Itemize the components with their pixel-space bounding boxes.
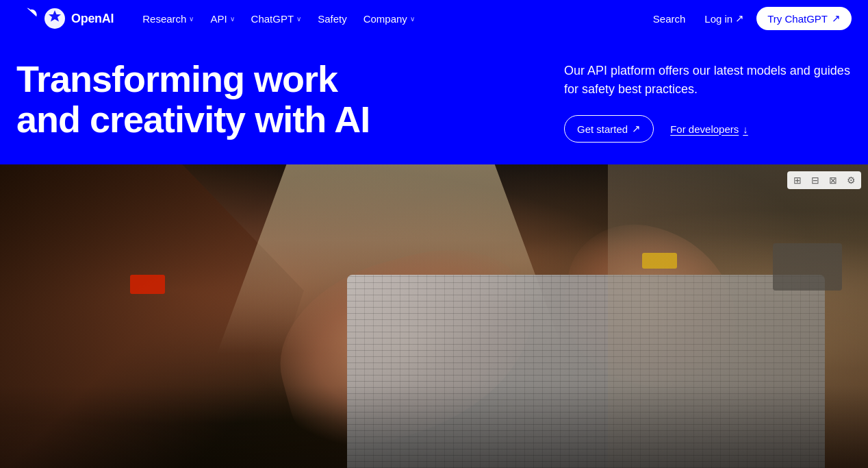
toolbar-settings-icon[interactable]: ⚙: [845, 174, 857, 186]
toolbar-icon-1[interactable]: ⊞: [791, 174, 804, 186]
hero-right: Our API platform offers our latest model…: [564, 59, 852, 143]
get-started-button[interactable]: Get started ↗: [564, 115, 654, 143]
nav-chatgpt[interactable]: ChatGPT ∨: [244, 9, 309, 29]
nav-links: Research ∨ API ∨ ChatGPT ∨ Safety Compan…: [136, 9, 646, 29]
try-arrow-icon: ↗: [832, 12, 841, 25]
hero-description: Our API platform offers our latest model…: [564, 62, 852, 99]
navbar: OpenAI Research ∨ API ∨ ChatGPT ∨ Safety…: [0, 0, 868, 37]
hero-left: Transforming work and creativity with AI: [16, 59, 523, 140]
search-button[interactable]: Search: [646, 9, 693, 29]
nav-company[interactable]: Company ∨: [357, 9, 422, 29]
logo[interactable]: OpenAI: [16, 8, 114, 29]
nav-right-actions: Search Log in ↗ Try ChatGPT ↗: [646, 7, 852, 30]
photo-background: [0, 164, 868, 468]
research-chevron-icon: ∨: [189, 15, 194, 23]
hero-section: Transforming work and creativity with AI…: [0, 37, 868, 164]
api-chevron-icon: ∨: [230, 15, 235, 23]
for-devs-arrow-icon: ↓: [743, 123, 748, 135]
toolbar-icon-3[interactable]: ⊠: [827, 174, 839, 186]
nav-api[interactable]: API ∨: [203, 9, 241, 29]
company-chevron-icon: ∨: [410, 15, 415, 23]
watch-left-element: [130, 275, 165, 294]
chatgpt-chevron-icon: ∨: [296, 15, 301, 23]
login-button[interactable]: Log in ↗: [698, 8, 751, 29]
hero-title: Transforming work and creativity with AI: [16, 59, 372, 140]
toolbar-icon-2[interactable]: ⊟: [809, 174, 821, 186]
for-developers-button[interactable]: For developers ↓: [670, 123, 748, 135]
try-chatgpt-button[interactable]: Try ChatGPT ↗: [756, 7, 852, 30]
hero-image: ⊞ ⊟ ⊠ ⚙: [0, 164, 868, 468]
bottom-overlay: [0, 385, 868, 468]
nav-research[interactable]: Research ∨: [136, 9, 201, 29]
hero-buttons: Get started ↗ For developers ↓: [564, 115, 852, 143]
openai-logo-icon: [16, 8, 38, 29]
get-started-arrow-icon: ↗: [632, 123, 641, 135]
openai-icon: [44, 8, 66, 29]
image-toolbar: ⊞ ⊟ ⊠ ⚙: [787, 171, 861, 189]
brand-name: OpenAI: [71, 12, 114, 26]
nav-safety[interactable]: Safety: [311, 9, 354, 29]
login-arrow-icon: ↗: [735, 12, 744, 25]
